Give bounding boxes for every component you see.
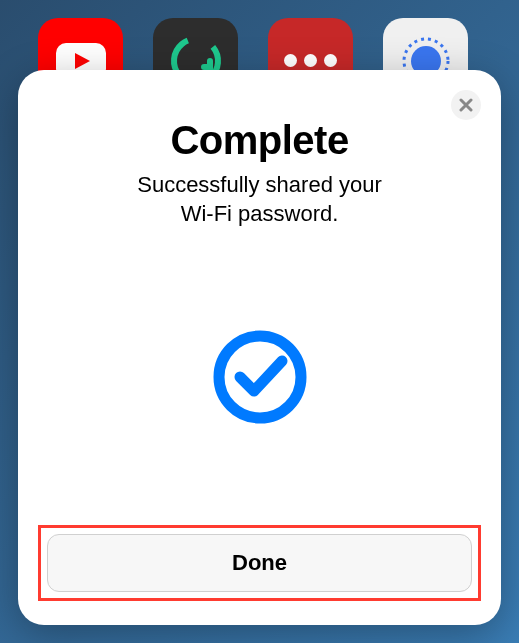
close-button[interactable] — [451, 90, 481, 120]
more-dots-icon — [284, 54, 337, 67]
wifi-share-complete-modal: Complete Successfully shared your Wi-Fi … — [18, 70, 501, 625]
close-icon — [459, 98, 473, 112]
checkmark-circle-icon — [210, 327, 310, 427]
done-button-highlight: Done — [38, 525, 481, 601]
modal-title: Complete — [42, 118, 477, 163]
modal-subtitle: Successfully shared your Wi-Fi password. — [42, 171, 477, 228]
done-button[interactable]: Done — [47, 534, 472, 592]
success-indicator — [42, 228, 477, 525]
